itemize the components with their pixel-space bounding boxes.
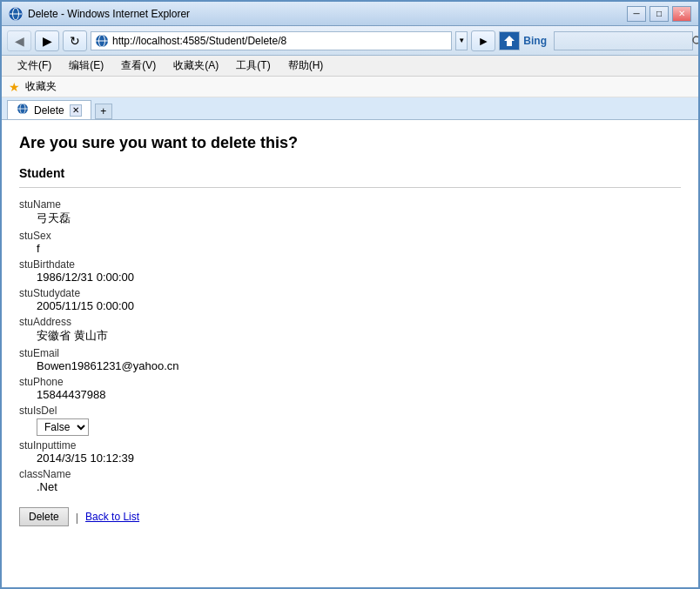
url-input[interactable] — [112, 35, 448, 47]
refresh-button[interactable]: ↻ — [63, 30, 87, 51]
stuName-label: stuName — [19, 198, 681, 211]
menu-help[interactable]: 帮助(H) — [279, 56, 333, 76]
menu-bar: 文件(F) 编辑(E) 查看(V) 收藏夹(A) 工具(T) 帮助(H) — [2, 56, 698, 77]
field-stuStudydate: stuStudydate 2005/11/15 0:00:00 — [19, 287, 681, 312]
stuPhone-value: 15844437988 — [19, 388, 681, 401]
field-stuName: stuName 弓天磊 — [19, 198, 681, 226]
star-icon: ★ — [9, 80, 20, 94]
delete-button[interactable]: Delete — [19, 507, 69, 526]
confirm-title: Are you sure you want to delete this? — [19, 134, 681, 152]
stuAddress-label: stuAddress — [19, 316, 681, 328]
stuStudydate-label: stuStudydate — [19, 287, 681, 299]
stuStudydate-value: 2005/11/15 0:00:00 — [19, 299, 681, 312]
search-button[interactable] — [692, 32, 700, 50]
menu-tools[interactable]: 工具(T) — [227, 56, 279, 76]
browser-icon — [9, 7, 23, 21]
search-bar — [554, 31, 693, 50]
tab-bar: Delete ✕ + — [2, 97, 698, 120]
stuInputtime-value: 2014/3/15 10:12:39 — [19, 452, 681, 465]
back-button[interactable]: ◀ — [7, 30, 31, 51]
stuEmail-value: Bowen19861231@yahoo.cn — [19, 359, 681, 372]
bing-logo: Bing — [523, 35, 547, 47]
window-controls: ─ □ ✕ — [627, 6, 691, 22]
action-bar: Delete | Back to List — [19, 507, 681, 526]
field-stuSex: stuSex f — [19, 230, 681, 255]
favorites-label: 收藏夹 — [25, 79, 57, 94]
address-dropdown[interactable]: ▼ — [455, 31, 468, 50]
menu-edit[interactable]: 编辑(E) — [60, 56, 112, 76]
stuSex-value: f — [19, 242, 681, 255]
back-to-list-link[interactable]: Back to List — [85, 511, 139, 523]
section-label: Student — [19, 166, 681, 180]
stuBirthdate-label: stuBirthdate — [19, 258, 681, 271]
className-value: .Net — [19, 480, 681, 493]
action-separator: | — [76, 511, 78, 524]
divider — [19, 187, 681, 188]
window-title: Delete - Windows Internet Explorer — [28, 8, 627, 20]
svg-point-6 — [693, 37, 700, 44]
page-content: Are you sure you want to delete this? St… — [2, 120, 698, 555]
className-label: className — [19, 468, 681, 480]
tab-icon — [17, 103, 29, 117]
address-bar — [91, 31, 452, 50]
new-tab-button[interactable]: + — [95, 104, 112, 119]
page-icon — [95, 34, 109, 48]
field-stuInputtime: stuInputtime 2014/3/15 10:12:39 — [19, 439, 681, 465]
go-button[interactable]: ► — [471, 30, 495, 51]
field-stuBirthdate: stuBirthdate 1986/12/31 0:00:00 — [19, 258, 681, 284]
minimize-button[interactable]: ─ — [627, 6, 646, 22]
stuSex-label: stuSex — [19, 230, 681, 242]
tab-close-button[interactable]: ✕ — [70, 104, 82, 117]
stuIsDel-select[interactable]: False True — [37, 419, 88, 435]
stuPhone-label: stuPhone — [19, 376, 681, 388]
menu-view[interactable]: 查看(V) — [112, 56, 165, 76]
field-stuPhone: stuPhone 15844437988 — [19, 376, 681, 401]
field-stuIsDel: stuIsDel False True — [19, 405, 681, 436]
field-className: className .Net — [19, 468, 681, 493]
maximize-button[interactable]: □ — [650, 6, 669, 22]
field-stuAddress: stuAddress 安徽省 黄山市 — [19, 316, 681, 344]
stuAddress-value: 安徽省 黄山市 — [19, 328, 681, 344]
menu-favorites[interactable]: 收藏夹(A) — [165, 56, 227, 76]
tab-label: Delete — [34, 104, 64, 117]
stuInputtime-label: stuInputtime — [19, 439, 681, 452]
stuBirthdate-value: 1986/12/31 0:00:00 — [19, 271, 681, 284]
browser-window: Delete - Windows Internet Explorer ─ □ ✕… — [0, 0, 700, 589]
title-bar: Delete - Windows Internet Explorer ─ □ ✕ — [2, 2, 698, 26]
stuIsDel-select-wrapper: False True — [37, 418, 89, 436]
forward-button[interactable]: ▶ — [35, 30, 59, 51]
field-stuEmail: stuEmail Bowen19861231@yahoo.cn — [19, 347, 681, 372]
nav-bar: ◀ ▶ ↻ ▼ ► Bing — [2, 26, 698, 56]
favorites-bar: ★ 收藏夹 — [2, 77, 698, 97]
menu-file[interactable]: 文件(F) — [9, 56, 60, 76]
stuName-value: 弓天磊 — [19, 211, 681, 226]
stuEmail-label: stuEmail — [19, 347, 681, 359]
active-tab[interactable]: Delete ✕ — [7, 100, 91, 119]
search-input[interactable] — [555, 35, 692, 47]
stuIsDel-label: stuIsDel — [19, 405, 681, 417]
close-button[interactable]: ✕ — [672, 6, 691, 22]
